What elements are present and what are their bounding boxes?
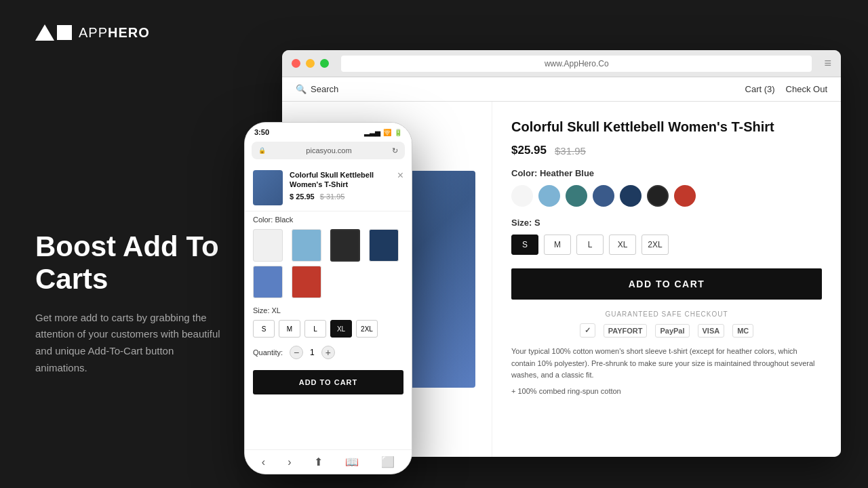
close-window-button[interactable] bbox=[292, 59, 300, 68]
phone-bookmark-button[interactable]: 📖 bbox=[345, 455, 359, 468]
guarantee-label: GUARANTEED SAFE CHECKOUT bbox=[511, 310, 822, 318]
phone-swatch-2[interactable] bbox=[292, 229, 321, 262]
color-label: Color: Heather Blue bbox=[511, 168, 822, 178]
phone-price-current: $ 25.95 bbox=[290, 192, 315, 201]
logo-text: APPHERO bbox=[79, 25, 150, 41]
phone-color-label: Color: Black bbox=[245, 211, 412, 226]
phone-size-s[interactable]: S bbox=[253, 320, 275, 338]
visa-icon: VISA bbox=[698, 324, 725, 338]
refresh-icon[interactable]: ↻ bbox=[392, 146, 398, 155]
quantity-decrease-button[interactable]: − bbox=[290, 346, 303, 359]
navbar-actions: Cart (3) Check Out bbox=[745, 84, 827, 94]
size-btn-s[interactable]: S bbox=[511, 235, 538, 255]
checkout-guarantee: GUARANTEED SAFE CHECKOUT ✓ PAYFORT PayPa… bbox=[511, 310, 822, 338]
left-content-panel: Boost Add To Carts Get more add to carts… bbox=[35, 230, 225, 377]
size-btn-2xl[interactable]: 2XL bbox=[642, 235, 669, 255]
phone-tshirt-mini bbox=[253, 170, 283, 205]
phone-content: Colorful Skull Kettlebell Women's T-Shir… bbox=[245, 165, 412, 449]
product-feature: + 100% combed ring-spun cotton bbox=[511, 387, 822, 395]
address-bar[interactable]: www.AppHero.Co bbox=[341, 56, 812, 72]
payment-icons: ✓ PAYFORT PayPal VISA MC bbox=[511, 323, 822, 338]
phone-color-grid bbox=[245, 226, 412, 304]
phone-time: 3:50 bbox=[254, 128, 269, 136]
quantity-value: 1 bbox=[310, 348, 315, 357]
phone-swatch-3[interactable] bbox=[330, 229, 360, 262]
phone-swatch-6[interactable] bbox=[292, 266, 321, 298]
phone-size-2xl[interactable]: 2XL bbox=[356, 320, 378, 338]
phone-url: picasyou.com bbox=[306, 146, 351, 155]
minimize-window-button[interactable] bbox=[306, 59, 315, 68]
phone-cart-prices: $ 25.95 $ 31.95 bbox=[290, 192, 391, 201]
phone-close-button[interactable]: × bbox=[397, 170, 403, 181]
phone-cart-info: Colorful Skull Kettlebell Women's T-Shir… bbox=[290, 170, 391, 201]
browser-titlebar: www.AppHero.Co ≡ bbox=[282, 50, 841, 77]
battery-icon: 🔋 bbox=[394, 129, 402, 136]
color-swatch-white[interactable] bbox=[511, 185, 533, 207]
signal-icon: ▂▃▅ bbox=[364, 129, 380, 136]
phone-cart-title: Colorful Skull Kettlebell Women's T-Shir… bbox=[290, 170, 391, 190]
product-detail-area: Colorful Skull Kettlebell Women's T-Shir… bbox=[492, 102, 841, 457]
price-original: $31.95 bbox=[555, 145, 586, 157]
phone-size-l[interactable]: L bbox=[304, 320, 326, 338]
phone-swatch-1[interactable] bbox=[253, 229, 283, 262]
size-row: S M L XL 2XL bbox=[511, 235, 822, 255]
phone-tabs-button[interactable]: ⬜ bbox=[381, 455, 395, 468]
search-area[interactable]: 🔍 Search bbox=[296, 84, 338, 94]
phone-container: 3:50 ▂▃▅ 🛜 🔋 🔒 picasyou.com ↻ Colorful S… bbox=[244, 122, 412, 474]
logo: APPHERO bbox=[35, 24, 150, 41]
browser-navbar: 🔍 Search Cart (3) Check Out bbox=[282, 77, 841, 102]
browser-menu-icon[interactable]: ≡ bbox=[824, 56, 831, 70]
color-swatch-red[interactable] bbox=[674, 185, 696, 207]
logo-square bbox=[57, 25, 72, 40]
quantity-increase-button[interactable]: + bbox=[321, 346, 335, 359]
phone-share-button[interactable]: ⬆ bbox=[314, 455, 323, 468]
add-to-cart-button[interactable]: ADD TO CART bbox=[511, 268, 822, 300]
phone-size-row: S M L XL 2XL bbox=[245, 317, 412, 343]
search-icon: 🔍 bbox=[296, 84, 307, 94]
logo-triangle bbox=[35, 24, 54, 41]
phone-cart-item: Colorful Skull Kettlebell Women's T-Shir… bbox=[245, 165, 412, 211]
phone-bottom-bar: ‹ › ⬆ 📖 ⬜ bbox=[245, 449, 412, 474]
phone-add-to-cart-button[interactable]: ADD TO CART bbox=[253, 370, 403, 394]
color-swatch-navy[interactable] bbox=[593, 185, 614, 207]
color-swatch-dark-navy[interactable] bbox=[620, 185, 642, 207]
price-current: $25.95 bbox=[511, 144, 547, 157]
logo-icon bbox=[35, 24, 72, 41]
product-description: Your typical 100% cotton women's short s… bbox=[511, 346, 822, 382]
shield-icon: ✓ bbox=[580, 323, 595, 338]
phone-status-right: ▂▃▅ 🛜 🔋 bbox=[364, 129, 402, 136]
main-description: Get more add to carts by grabbing the at… bbox=[35, 310, 225, 377]
phone-address-bar[interactable]: 🔒 picasyou.com ↻ bbox=[252, 142, 405, 159]
phone-size-m[interactable]: M bbox=[279, 320, 300, 338]
phone-frame: 3:50 ▂▃▅ 🛜 🔋 🔒 picasyou.com ↻ Colorful S… bbox=[244, 122, 412, 474]
mastercard-icon: MC bbox=[732, 324, 753, 338]
color-swatches bbox=[511, 185, 822, 207]
main-heading: Boost Add To Carts bbox=[35, 230, 225, 296]
phone-quantity-label: Quantity: bbox=[253, 348, 283, 357]
phone-size-label: Size: XL bbox=[245, 304, 412, 317]
color-swatch-blue-light[interactable] bbox=[538, 185, 560, 207]
phone-status-bar: 3:50 ▂▃▅ 🛜 🔋 bbox=[245, 123, 412, 142]
maximize-window-button[interactable] bbox=[320, 59, 329, 68]
size-btn-xl[interactable]: XL bbox=[609, 235, 636, 255]
size-label: Size: S bbox=[511, 218, 822, 228]
payfort-icon: PAYFORT bbox=[604, 324, 648, 338]
lock-icon: 🔒 bbox=[258, 147, 266, 154]
size-btn-l[interactable]: L bbox=[576, 235, 604, 255]
size-btn-m[interactable]: M bbox=[544, 235, 571, 255]
phone-back-button[interactable]: ‹ bbox=[262, 456, 265, 468]
phone-quantity-row: Quantity: − 1 + bbox=[245, 343, 412, 365]
phone-price-original: $ 31.95 bbox=[320, 192, 345, 201]
phone-quantity-control: − 1 + bbox=[290, 346, 335, 359]
cart-link[interactable]: Cart (3) bbox=[745, 84, 775, 94]
phone-swatch-5[interactable] bbox=[253, 266, 283, 298]
phone-swatch-4[interactable] bbox=[369, 229, 399, 262]
phone-size-xl[interactable]: XL bbox=[330, 320, 352, 338]
checkout-link[interactable]: Check Out bbox=[786, 84, 827, 94]
color-swatch-teal[interactable] bbox=[566, 185, 587, 207]
wifi-icon: 🛜 bbox=[383, 129, 391, 136]
phone-cart-image bbox=[253, 170, 283, 205]
phone-forward-button[interactable]: › bbox=[288, 456, 291, 468]
price-row: $25.95 $31.95 bbox=[511, 144, 822, 157]
color-swatch-black[interactable] bbox=[647, 185, 669, 207]
